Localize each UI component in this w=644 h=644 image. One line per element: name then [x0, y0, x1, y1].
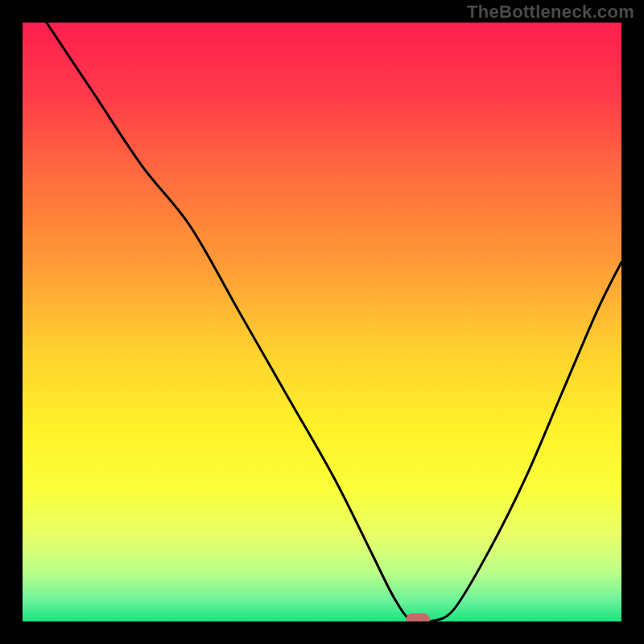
chart-frame: TheBottleneck.com: [0, 0, 644, 644]
watermark-text: TheBottleneck.com: [467, 2, 634, 23]
plot-area: [23, 23, 621, 621]
chart-svg: [23, 23, 621, 621]
optimum-marker: [406, 613, 430, 621]
gradient-bg: [23, 23, 621, 621]
